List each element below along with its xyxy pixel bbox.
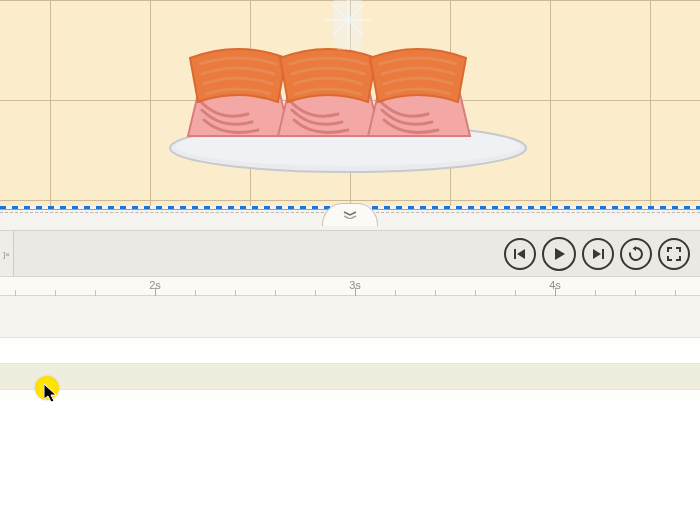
svg-marker-22 (633, 246, 636, 251)
fullscreen-button[interactable] (658, 238, 690, 270)
skip-back-icon (513, 247, 527, 261)
track-row[interactable] (0, 364, 700, 390)
cursor-arrow-icon (44, 384, 58, 404)
play-icon (552, 247, 566, 261)
chevron-down-icon (343, 211, 357, 219)
playback-toolbar: ]× (0, 230, 700, 276)
crosshair-origin-icon[interactable] (318, 0, 378, 50)
skip-forward-icon (591, 247, 605, 261)
skip-back-button[interactable] (504, 238, 536, 270)
canvas-area[interactable] (0, 0, 700, 206)
timeline-gutter-toggle[interactable]: ]× (0, 231, 14, 277)
svg-marker-18 (517, 249, 525, 259)
panel-divider[interactable] (0, 206, 700, 230)
empty-area (0, 401, 700, 520)
svg-marker-20 (593, 249, 601, 259)
timeline-tracks[interactable] (0, 296, 700, 401)
skip-forward-button[interactable] (582, 238, 614, 270)
gutter-label: ]× (3, 250, 10, 259)
track-row[interactable] (0, 338, 700, 364)
svg-marker-19 (555, 248, 565, 260)
loop-button[interactable] (620, 238, 652, 270)
svg-rect-17 (514, 249, 516, 259)
timeline-ruler[interactable]: 2s 3s 4s (0, 276, 700, 296)
svg-rect-21 (602, 249, 604, 259)
track-row[interactable] (0, 296, 700, 338)
collapse-handle[interactable] (322, 203, 378, 226)
play-button[interactable] (542, 237, 576, 271)
sushi-piece-3[interactable] (360, 44, 478, 144)
svg-marker-23 (44, 384, 56, 402)
loop-icon (628, 246, 644, 262)
fullscreen-icon (667, 247, 681, 261)
